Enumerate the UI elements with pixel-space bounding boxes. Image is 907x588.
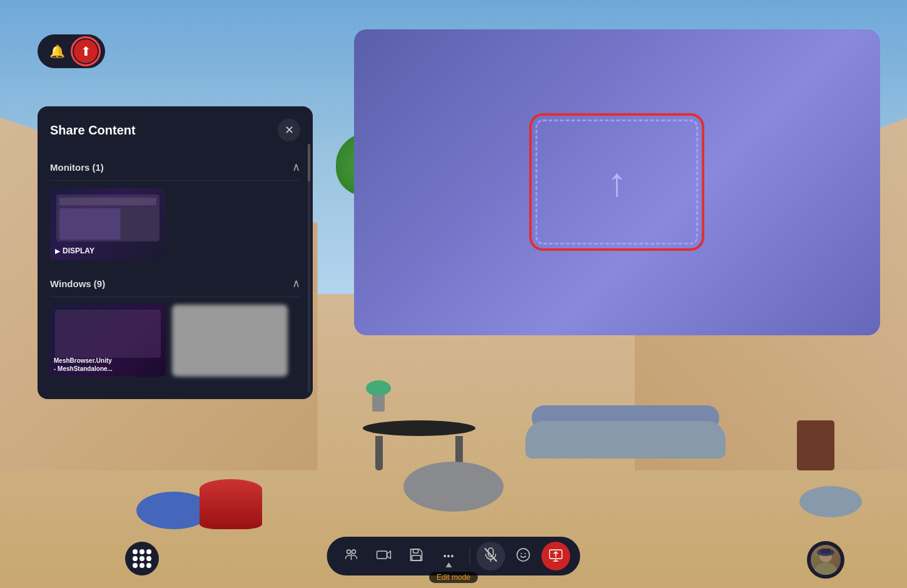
close-button[interactable]: ✕ — [278, 119, 300, 141]
window-thumbnail-2[interactable] — [172, 305, 288, 377]
mic-button[interactable] — [477, 542, 505, 570]
camera-button[interactable] — [370, 542, 398, 570]
windows-chevron-icon: ∧ — [292, 276, 300, 290]
svg-point-11 — [521, 553, 522, 554]
top-toolbar: 🔔 ⬆ — [38, 34, 105, 68]
toolbar-divider — [470, 547, 470, 565]
svg-point-12 — [525, 553, 526, 554]
svg-point-0 — [347, 550, 351, 554]
avatar-image — [811, 545, 841, 575]
avatar-button[interactable] — [807, 541, 844, 579]
windows-section: Windows (9) ∧ MeshBrowser.Unity- MeshSta… — [50, 270, 300, 377]
svg-rect-6 — [412, 555, 421, 560]
notification-icon: 🔔 — [49, 44, 65, 59]
monitor-thumbnail[interactable]: ▶ DISPLAY — [50, 188, 166, 260]
share-screen-button[interactable] — [542, 542, 570, 570]
emoji-button[interactable] — [509, 542, 538, 570]
panel-header: Share Content ✕ — [50, 119, 300, 141]
ottoman — [403, 462, 504, 512]
notification-button[interactable]: 🔔 — [45, 39, 69, 63]
upload-arrow-icon: ↑ — [607, 162, 627, 202]
sofa — [525, 402, 726, 459]
apps-button[interactable] — [125, 542, 159, 575]
svg-rect-5 — [413, 549, 418, 553]
mesh-icon — [344, 547, 359, 565]
table-top — [363, 420, 475, 436]
monitors-section-header[interactable]: Monitors (1) ∧ — [50, 154, 300, 181]
right-platform — [799, 486, 862, 517]
window-thumbnail-1[interactable]: MeshBrowser.Unity- MeshStandalone... — [50, 305, 166, 377]
monitors-chevron-icon: ∧ — [292, 160, 300, 174]
share-content-button[interactable]: ⬆ — [74, 39, 98, 63]
upload-drop-area[interactable]: ↑ — [535, 119, 698, 245]
svg-point-10 — [517, 549, 530, 561]
grid-dot — [146, 549, 151, 554]
svg-point-1 — [352, 550, 356, 554]
share-screen-icon — [549, 548, 563, 565]
grid-dot — [146, 556, 151, 561]
save-icon — [410, 548, 423, 565]
windows-thumbnails: MeshBrowser.Unity- MeshStandalone... — [50, 305, 300, 377]
grid-dot — [133, 556, 138, 561]
monitors-thumbnails: ▶ DISPLAY — [50, 188, 300, 260]
vase — [372, 380, 385, 412]
bottom-toolbar: ••• — [327, 537, 580, 575]
grid-dot — [139, 556, 144, 561]
sofa-base — [525, 421, 726, 459]
monitor-display-label: DISPLAY — [63, 246, 94, 255]
grid-dot — [139, 549, 144, 554]
grid-dots-icon — [133, 549, 151, 568]
monitors-section: Monitors (1) ∧ ▶ DISPLAY — [50, 154, 300, 260]
svg-point-3 — [351, 559, 352, 560]
grid-dot — [139, 563, 144, 568]
grid-dot — [133, 549, 138, 554]
panel-title: Share Content — [50, 123, 136, 138]
more-icon: ••• — [443, 551, 455, 561]
edit-mode-badge: Edit mode — [429, 572, 478, 583]
svg-rect-4 — [377, 551, 387, 559]
grid-dot — [133, 563, 138, 568]
svg-point-18 — [813, 562, 838, 575]
save-button[interactable] — [402, 542, 431, 570]
upload-icon: ⬆ — [81, 44, 91, 59]
window-1-label: MeshBrowser.Unity- MeshStandalone... — [54, 357, 113, 373]
panel-scrollbar[interactable] — [308, 144, 310, 393]
table-leg — [375, 436, 383, 470]
grid-dot — [146, 563, 151, 568]
mic-icon — [484, 547, 498, 565]
monitors-section-title: Monitors (1) — [50, 162, 104, 173]
side-table — [797, 420, 834, 470]
edit-mode-label: Edit mode — [437, 573, 470, 582]
emoji-icon — [516, 547, 531, 565]
vase-plant — [366, 380, 391, 396]
windows-section-header[interactable]: Windows (9) ∧ — [50, 270, 300, 297]
red-cylinder — [200, 479, 262, 529]
mesh-button[interactable] — [337, 542, 366, 570]
big-screen: ↑ — [354, 29, 880, 335]
camera-icon — [377, 549, 392, 564]
windows-section-title: Windows (9) — [50, 278, 105, 289]
monitor-label: ▶ DISPLAY — [55, 246, 94, 255]
share-content-panel: Share Content ✕ Monitors (1) ∧ ▶ DISPLAY — [38, 106, 313, 399]
svg-rect-20 — [821, 549, 831, 554]
panel-scrollbar-thumb[interactable] — [308, 144, 310, 181]
more-button[interactable]: ••• — [435, 542, 464, 570]
